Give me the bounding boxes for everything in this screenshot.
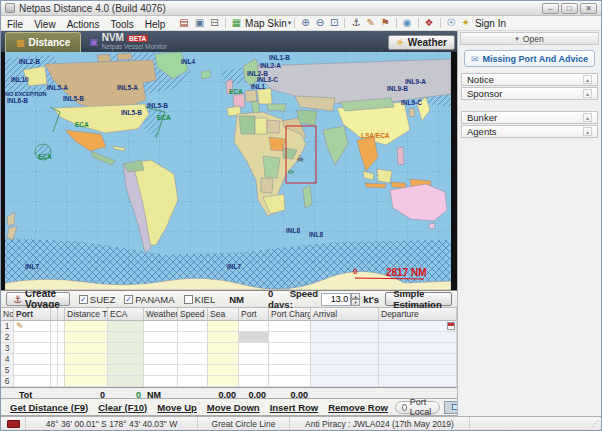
table-row[interactable]: 6 — [1, 376, 457, 387]
table-cell[interactable] — [108, 332, 144, 343]
table-cell[interactable] — [65, 376, 108, 387]
column-header-speed[interactable]: Speed — [178, 308, 208, 321]
vessel-icon[interactable]: ❖ — [425, 18, 434, 28]
zoom-in-icon[interactable]: ⊕ — [301, 18, 309, 28]
table-cell[interactable] — [144, 332, 178, 343]
table-cell[interactable] — [51, 321, 58, 332]
table-cell[interactable] — [311, 354, 379, 365]
table-cell[interactable] — [208, 332, 239, 343]
collapse-caret-icon[interactable]: ▴ — [583, 127, 592, 136]
action-link-move-up[interactable]: Move Up — [157, 402, 197, 413]
table-cell[interactable] — [14, 365, 51, 376]
table-cell[interactable] — [379, 365, 457, 376]
table-cell[interactable] — [269, 365, 311, 376]
tab-nvm[interactable]: ▣ NVMBETA Netpas Vessel Monitor — [81, 32, 175, 52]
create-voyage-button[interactable]: ⚓ Create Voyage — [6, 292, 70, 306]
canal-checkbox-suez[interactable]: ✓SUEZ — [79, 294, 115, 305]
table-cell[interactable] — [14, 332, 51, 343]
table-cell[interactable] — [144, 343, 178, 354]
tab-distance[interactable]: ▦ Distance — [5, 32, 81, 52]
column-header[interactable] — [51, 308, 58, 321]
table-cell[interactable]: ✎ — [14, 321, 51, 332]
table-cell[interactable] — [108, 343, 144, 354]
checkbox-icon[interactable]: ✓ — [124, 295, 133, 304]
table-cell[interactable] — [178, 354, 208, 365]
table-cell[interactable] — [65, 332, 108, 343]
table-cell[interactable] — [108, 365, 144, 376]
key-icon[interactable]: ✦ — [461, 18, 469, 28]
column-header-eca[interactable]: ECA — [108, 308, 144, 321]
menu-item-file[interactable]: File — [7, 19, 23, 30]
menu-item-help[interactable]: Help — [145, 19, 166, 30]
table-cell[interactable] — [311, 365, 379, 376]
speed-stepper[interactable]: ▴▾ — [351, 293, 360, 306]
collapse-caret-icon[interactable]: ▴ — [583, 113, 592, 122]
table-cell[interactable]: 3 — [1, 343, 14, 354]
table-cell[interactable] — [208, 376, 239, 387]
simple-estimation-button[interactable]: Simple Estimation — [385, 292, 452, 306]
table-cell[interactable] — [178, 376, 208, 387]
panel-collapse-bar[interactable]: ▾ Open — [460, 32, 599, 45]
table-row[interactable]: 2 — [1, 332, 457, 343]
report-icon[interactable]: ▤ — [179, 18, 188, 28]
world-map[interactable]: ☠ 0 2817 NM INL2-BINL4INL10INL5-AINL5-AI… — [1, 52, 457, 291]
table-cell[interactable] — [58, 321, 65, 332]
resize-grip[interactable]: ⋰ — [591, 419, 599, 428]
map-canvas[interactable]: ☠ 0 2817 NM — [5, 52, 451, 290]
map-skin-dropdown-arrow[interactable]: ▾ — [288, 19, 292, 27]
action-link-remove-row[interactable]: Remove Row — [328, 402, 388, 413]
column-header-arrival[interactable]: Arrival — [311, 308, 379, 321]
sign-in-button[interactable]: Sign In — [475, 18, 506, 29]
table-cell[interactable] — [144, 365, 178, 376]
table-cell[interactable] — [311, 332, 379, 343]
collapse-caret-icon[interactable]: ▴ — [583, 75, 592, 84]
table-cell[interactable] — [269, 376, 311, 387]
column-header-departure[interactable]: Departure — [379, 308, 457, 321]
table-cell[interactable] — [178, 321, 208, 332]
table-cell[interactable] — [311, 343, 379, 354]
table-cell[interactable] — [108, 354, 144, 365]
table-cell[interactable] — [311, 376, 379, 387]
anchor-icon[interactable]: ⚓ — [351, 18, 360, 28]
table-cell[interactable] — [65, 365, 108, 376]
table-cell[interactable] — [311, 321, 379, 332]
column-header-weather[interactable]: Weather — [144, 308, 178, 321]
column-header-distance-ttl[interactable]: Distance TTL — [65, 308, 108, 321]
missing-port-button[interactable]: ✉ Missing Port And Advice — [464, 50, 595, 67]
accordion-section-agents[interactable]: Agents▴ — [461, 125, 598, 138]
column-header-port-charge[interactable]: Port Charge — [269, 308, 311, 321]
close-button[interactable]: ✕ — [580, 3, 597, 14]
table-cell[interactable] — [239, 321, 269, 332]
column-header-sea[interactable]: Sea — [208, 308, 239, 321]
table-cell[interactable]: 4 — [1, 354, 14, 365]
table-cell[interactable] — [178, 332, 208, 343]
accordion-section-bunker[interactable]: Bunker▴ — [461, 111, 598, 124]
table-cell[interactable] — [269, 321, 311, 332]
calendar-icon[interactable] — [447, 322, 455, 330]
table-cell[interactable]: 6 — [1, 376, 14, 387]
table-cell[interactable] — [239, 354, 269, 365]
table-cell[interactable] — [144, 376, 178, 387]
table-cell[interactable] — [269, 354, 311, 365]
fit-screen-icon[interactable]: ⊡ — [330, 18, 338, 28]
table-cell[interactable] — [58, 343, 65, 354]
table-cell[interactable] — [379, 376, 457, 387]
table-cell[interactable] — [144, 321, 178, 332]
action-link-move-down[interactable]: Move Down — [207, 402, 260, 413]
action-link-get-distance-f9-[interactable]: Get Distance (F9) — [10, 402, 88, 413]
table-cell[interactable] — [14, 376, 51, 387]
table-cell[interactable] — [51, 343, 58, 354]
collapse-caret-icon[interactable]: ▴ — [583, 89, 592, 98]
table-cell[interactable] — [178, 365, 208, 376]
table-cell[interactable] — [65, 354, 108, 365]
table-cell[interactable] — [208, 354, 239, 365]
table-cell[interactable] — [379, 354, 457, 365]
table-cell[interactable] — [58, 354, 65, 365]
accordion-section-sponsor[interactable]: Sponsor▴ — [461, 87, 598, 100]
table-cell[interactable] — [51, 354, 58, 365]
table-cell[interactable] — [58, 376, 65, 387]
table-row[interactable]: 4 — [1, 354, 457, 365]
table-cell[interactable]: 1 — [1, 321, 14, 332]
map-skin-icon[interactable]: ▦ — [232, 18, 241, 28]
table-cell[interactable]: 2 — [1, 332, 14, 343]
